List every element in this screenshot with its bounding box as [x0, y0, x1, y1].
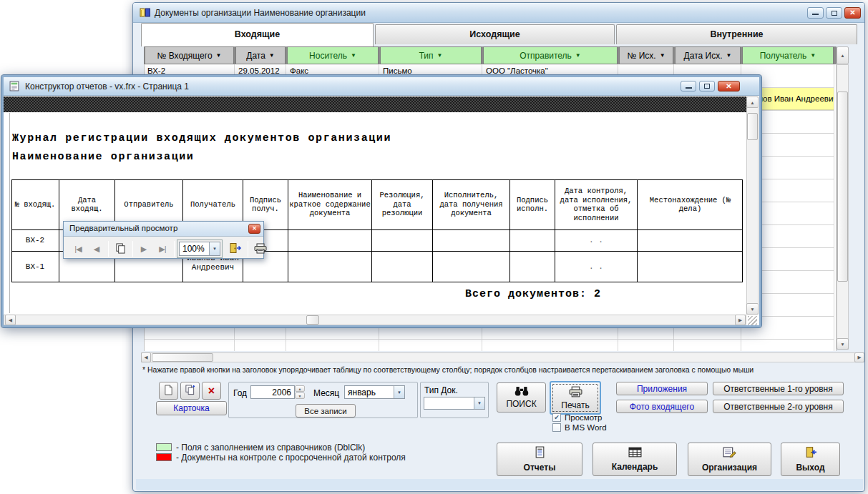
sort-arrow-icon: ▼ [726, 53, 731, 59]
door-exit-icon [229, 242, 242, 255]
report-restore-button[interactable] [699, 81, 715, 92]
all-records-button[interactable]: Все записи [296, 404, 356, 418]
hscroll-track[interactable] [141, 352, 864, 362]
zoom-dropdown-icon[interactable]: ▼ [209, 242, 220, 255]
next-page-button[interactable]: ▶ [135, 240, 152, 257]
zoom-select[interactable]: 100% ▼ [179, 242, 220, 256]
calendar-button[interactable]: Календарь [593, 443, 677, 476]
tab-internal[interactable]: Внутренние [616, 24, 857, 44]
report-close-button[interactable]: ✕ [718, 81, 740, 92]
report-vscroll-thumb[interactable] [747, 113, 758, 140]
month-dropdown-icon[interactable]: ▼ [394, 386, 404, 398]
report-cell: . . [555, 251, 638, 282]
report-vscroll-up-button[interactable]: ▲ [746, 97, 759, 108]
first-page-button[interactable]: |◀ [69, 240, 87, 257]
preview-close-button[interactable]: ✕ [248, 224, 260, 234]
year-spin-down-icon[interactable]: ▼ [295, 392, 305, 399]
report-cell [372, 229, 433, 251]
year-spin-up-icon[interactable]: ▲ [295, 385, 305, 392]
print-report-button[interactable] [250, 240, 270, 257]
report-cell [510, 229, 555, 251]
print-button[interactable]: Печать [550, 381, 601, 415]
preview-checkbox[interactable]: ✔ Просмотр [552, 413, 603, 422]
year-input[interactable]: 2006 [250, 385, 295, 399]
report-cell [433, 229, 510, 251]
responsible-level1-button[interactable]: Ответственные 1-го уровня [713, 382, 844, 395]
zoom-combo-frame: 100% ▼ [177, 239, 223, 258]
report-hscroll-right-button[interactable]: ▶ [735, 315, 746, 325]
hscroll-thumb[interactable] [152, 353, 213, 362]
column-header-label: № Входящего [157, 51, 213, 61]
reports-button[interactable]: Отчеты [497, 443, 582, 476]
column-header-label: Получатель [760, 51, 807, 61]
report-vscroll-down-button[interactable]: ▼ [746, 303, 759, 315]
column-header-4[interactable]: Тип▼ [380, 46, 482, 64]
legend-red-text: - Документы на контроле с просроченной д… [176, 453, 406, 463]
delete-icon: × [208, 385, 215, 397]
preview-toolbar-window: Предварительный просмотр ✕ |◀ ◀ ▶ ▶| 100… [63, 221, 264, 259]
preview-toolbar-title-bar[interactable]: Предварительный просмотр ✕ [64, 222, 263, 237]
report-header-cell: Подпись исполн. [510, 179, 555, 229]
column-header-2[interactable]: Дата▼ [235, 46, 286, 64]
app-icon [140, 7, 151, 21]
column-header-8[interactable]: Получатель▼ [742, 46, 834, 64]
column-header-3[interactable]: Носитель▼ [287, 46, 379, 64]
report-cell [510, 251, 555, 282]
report-title-bar[interactable]: Конструктор отчетов - vx.frx - Страница … [4, 77, 759, 96]
doc-type-dropdown-icon[interactable]: ▼ [474, 397, 484, 409]
legend-green-text: - Поля с заполнением из справочников (Db… [176, 443, 365, 453]
maximize-button[interactable] [826, 7, 842, 19]
copy-document-icon [185, 385, 195, 397]
report-minimize-button[interactable] [681, 81, 696, 92]
organization-button[interactable]: Организация [688, 443, 771, 476]
msword-checkbox-box[interactable] [552, 423, 561, 432]
report-hscroll-track[interactable] [4, 315, 746, 325]
previous-page-button[interactable]: ◀ [88, 240, 105, 257]
preview-checkbox-box[interactable]: ✔ [552, 413, 561, 422]
vscroll-thumb[interactable] [837, 92, 848, 282]
sorting-hint-note: * Нажатие правой кнопки на заголовок упо… [142, 365, 861, 374]
msword-checkbox[interactable]: В MS Word [552, 423, 607, 432]
pages-button[interactable] [111, 240, 130, 257]
column-header-7[interactable]: Дата Исх.▼ [675, 46, 741, 64]
printer-icon [254, 243, 267, 255]
resize-grip[interactable] [748, 316, 757, 325]
report-hscroll-thumb[interactable] [306, 315, 319, 325]
responsible-level2-button[interactable]: Ответственные 2-го уровня [713, 400, 844, 413]
column-header-6[interactable]: № Исх.▼ [619, 46, 673, 64]
report-header-cell: Резолюция, дата резолюции [372, 179, 433, 229]
search-button[interactable]: ПОИСК [497, 382, 546, 413]
report-hscroll-left-button[interactable]: ◀ [5, 315, 16, 325]
report-cell [288, 251, 372, 282]
last-page-button[interactable]: ▶| [154, 240, 171, 257]
doc-type-label: Тип Док. [424, 385, 458, 395]
column-header-5[interactable]: Отправитель▼ [483, 46, 618, 64]
tab-outgoing[interactable]: Исходящие [375, 24, 615, 44]
incoming-photo-button[interactable]: Фото входящего [616, 400, 708, 413]
hscroll-right-button[interactable]: ▶ [854, 352, 864, 362]
vscroll-up-button[interactable]: ▲ [837, 46, 849, 64]
vscroll-down-button[interactable]: ▼ [837, 338, 849, 350]
new-document-button[interactable] [159, 382, 178, 400]
month-select[interactable]: январь ▼ [344, 385, 405, 399]
close-preview-button[interactable] [225, 240, 245, 257]
close-button[interactable]: ✕ [844, 7, 861, 19]
copy-document-button[interactable] [180, 382, 200, 400]
year-spinner[interactable]: ▲ ▼ [295, 385, 305, 399]
exit-button[interactable]: Выход [781, 443, 840, 476]
tab-incoming[interactable]: Входящие [141, 23, 374, 46]
window-title: Документы организации Наименование орган… [155, 8, 366, 18]
report-cell [372, 251, 433, 282]
sort-arrow-icon: ▼ [351, 53, 356, 59]
attachments-button[interactable]: Приложения [616, 382, 708, 395]
report-cell [288, 229, 372, 251]
sort-arrow-icon: ▼ [437, 53, 443, 59]
delete-document-button[interactable]: × [202, 382, 221, 400]
column-header-1[interactable]: № Входящего▼ [145, 46, 234, 64]
minimize-button[interactable] [807, 7, 824, 19]
report-window-title: Конструктор отчетов - vx.frx - Страница … [25, 81, 189, 92]
hscroll-left-button[interactable]: ◀ [141, 352, 151, 362]
card-button[interactable]: Карточка [156, 401, 227, 415]
doc-type-select[interactable]: ▼ [424, 397, 485, 410]
documents-title-bar[interactable]: Документы организации Наименование орган… [133, 3, 864, 23]
